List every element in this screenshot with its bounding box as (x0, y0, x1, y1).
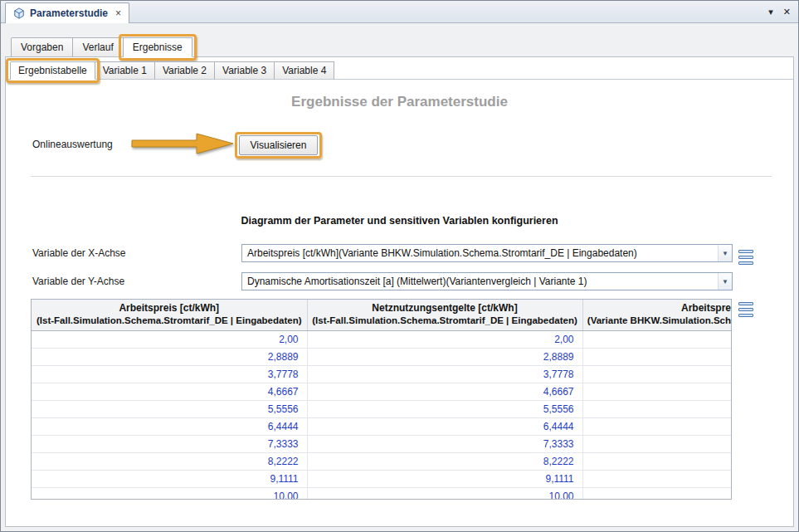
table-cell: 10,00 (307, 487, 582, 500)
tab-close-icon[interactable]: × (115, 7, 121, 19)
table-header-row: Arbeitspreis [ct/kWh] (Ist-Fall.Simulati… (32, 300, 732, 330)
table-row[interactable]: 5,55565,5556 (32, 400, 732, 417)
table-cell: 6,4444 (307, 417, 582, 435)
chevron-down-icon: ▼ (718, 245, 732, 261)
table-cell (582, 400, 732, 417)
y-axis-label: Variable der Y-Achse (32, 276, 124, 287)
column-header-arbeitspreis[interactable]: Arbeitspreis [ct/kWh] (Ist-Fall.Simulati… (32, 300, 307, 330)
table-cell: 9,1111 (32, 470, 307, 487)
table-cell (582, 452, 732, 470)
tab-ergebnistabelle[interactable]: Ergebnistabelle (10, 61, 95, 80)
cube-icon (13, 7, 25, 19)
table-cell: 5,5556 (307, 400, 582, 417)
table-cell (582, 417, 732, 435)
x-axis-label: Variable der X-Achse (32, 247, 126, 259)
visualisieren-button[interactable]: Visualisieren (239, 135, 318, 155)
table-cell: 4,6667 (307, 383, 582, 400)
table-cell: 3,7778 (32, 365, 307, 383)
table-cell (582, 383, 732, 400)
document-tab-label: Parameterstudie (30, 7, 108, 19)
table-cell (582, 487, 732, 500)
table-cell: 7,3333 (32, 435, 307, 452)
table-cell: 5,5556 (32, 400, 307, 417)
page-title: Ergebnisse der Parameterstudie (1, 94, 798, 110)
table-cell: 8,2222 (32, 452, 307, 470)
sub-tab-bar: Ergebnistabelle Variable 1 Variable 2 Va… (10, 61, 334, 80)
table-row[interactable]: 6,44446,4444 (32, 417, 732, 435)
table-row[interactable]: 3,77783,7778 (32, 365, 732, 383)
table-row[interactable]: 2,88892,8889 (32, 348, 732, 365)
table-cell: 9,1111 (307, 470, 582, 487)
table-cell (582, 470, 732, 487)
config-heading: Diagramm der Parameter und sensitiven Va… (1, 215, 798, 227)
close-icon[interactable]: ✕ (783, 7, 791, 17)
table-cell (582, 365, 732, 383)
tab-variable-3[interactable]: Variable 3 (215, 61, 275, 80)
y-axis-select[interactable]: Dynamische Amortisationszeit [a] (Mittel… (241, 272, 733, 290)
table-row[interactable]: 8,22228,2222 (32, 452, 732, 470)
main-tab-bar: Vorgaben Verlauf Ergebnisse (11, 37, 192, 57)
table-cell: 3,7778 (307, 365, 582, 383)
tab-verlauf[interactable]: Verlauf (73, 37, 123, 57)
chevron-down-icon: ▼ (718, 273, 732, 290)
x-axis-selected-value: Arbeitspreis [ct/kWh](Variante BHKW.Simu… (242, 247, 718, 259)
table-cell (582, 330, 732, 348)
table-cell: 2,00 (32, 330, 307, 348)
table-cell: 2,8889 (32, 348, 307, 365)
section-divider (31, 176, 772, 177)
table-cell: 2,8889 (307, 348, 582, 365)
table-row[interactable]: 10,0010,00 (32, 487, 732, 500)
tab-vorgaben[interactable]: Vorgaben (11, 37, 73, 57)
table-cell: 2,00 (307, 330, 582, 348)
table-cell: 6,4444 (32, 417, 307, 435)
table-cell: 4,6667 (32, 383, 307, 400)
results-table: Arbeitspreis [ct/kWh] (Ist-Fall.Simulati… (31, 299, 732, 500)
x-axis-options-icon[interactable] (738, 250, 753, 265)
column-header-netznutzungsentgelte[interactable]: Netznutzungsentgelte [ct/kWh] (Ist-Fall.… (307, 300, 582, 330)
column-header-arbeitspreis-variante[interactable]: Arbeitspre (Variante BHKW.Simulation.Sch (582, 300, 732, 330)
tab-variable-4[interactable]: Variable 4 (275, 61, 334, 80)
parameterstudie-window: Parameterstudie × ▾ ✕ Vorgaben Verlauf E… (0, 0, 799, 532)
results-table-body: 2,002,002,88892,88893,77783,77784,66674,… (32, 330, 732, 500)
tab-variable-1[interactable]: Variable 1 (95, 61, 155, 80)
x-axis-select[interactable]: Arbeitspreis [ct/kWh](Variante BHKW.Simu… (241, 244, 733, 262)
onlineauswertung-label: Onlineauswertung (32, 139, 113, 150)
table-row[interactable]: 2,002,00 (32, 330, 732, 348)
table-row[interactable]: 7,33337,3333 (32, 435, 732, 452)
table-cell: 7,3333 (307, 435, 582, 452)
table-options-icon[interactable] (738, 302, 753, 317)
tab-variable-2[interactable]: Variable 2 (155, 61, 215, 80)
chevron-down-icon[interactable]: ▾ (768, 7, 773, 17)
y-axis-selected-value: Dynamische Amortisationszeit [a] (Mittel… (242, 276, 718, 287)
tab-ergebnisse[interactable]: Ergebnisse (124, 37, 192, 57)
table-cell: 8,2222 (307, 452, 582, 470)
table-cell (582, 435, 732, 452)
document-tab-parameterstudie[interactable]: Parameterstudie × (5, 2, 129, 23)
table-cell: 10,00 (32, 487, 307, 500)
table-row[interactable]: 9,11119,1111 (32, 470, 732, 487)
table-row[interactable]: 4,66674,6667 (32, 383, 732, 400)
table-cell (582, 348, 732, 365)
window-titlebar: Parameterstudie × ▾ ✕ (1, 1, 798, 23)
